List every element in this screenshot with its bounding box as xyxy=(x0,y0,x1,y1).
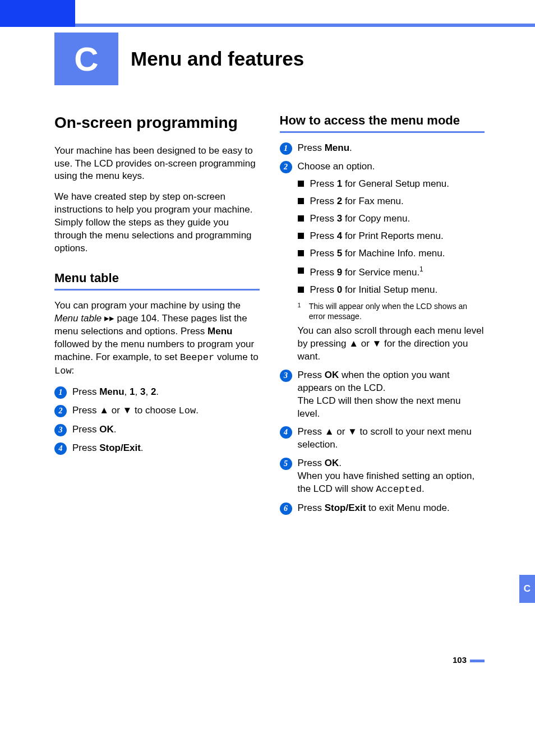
side-tab: C xyxy=(519,575,535,603)
page-footer: 103 xyxy=(0,520,535,679)
text: Press xyxy=(72,442,99,453)
step-body: Press Stop/Exit. xyxy=(72,442,260,455)
key: 3 xyxy=(140,386,145,397)
text: for Service menu. xyxy=(342,267,419,278)
left-step-2: 2 Press ▲ or ▼ to choose Low. xyxy=(54,404,260,418)
step-body: Press ▲ or ▼ to choose Low. xyxy=(72,404,260,418)
text: Press ▲ or ▼ to choose xyxy=(72,405,179,416)
key: 3 xyxy=(337,213,342,224)
text: . xyxy=(196,405,199,416)
footnote-number: 1 xyxy=(298,301,301,321)
cross-ref-arrows: ▸▸ xyxy=(102,313,117,324)
section-heading-access-menu: How to access the menu mode xyxy=(280,113,485,128)
text: Press xyxy=(298,458,325,468)
menu-table-link: Menu table xyxy=(54,313,102,324)
key: 1 xyxy=(337,178,342,189)
step-number-icon: 3 xyxy=(280,370,292,382)
text: to exit Menu mode. xyxy=(366,503,449,513)
step-body: Press ▲ or ▼ to scroll to your next menu… xyxy=(298,426,485,451)
footnote-text: This will appear only when the LCD shows… xyxy=(309,301,485,321)
key: Menu xyxy=(99,386,124,397)
key: 2 xyxy=(151,386,156,397)
text: Press xyxy=(310,196,337,206)
key-menu: Menu xyxy=(207,326,232,336)
key: 9 xyxy=(337,267,342,278)
page-number: 103 xyxy=(453,655,467,665)
step-body: Press Menu. xyxy=(298,142,485,155)
right-step-list: 1 Press Menu. 2 Choose an option. Press … xyxy=(280,142,485,515)
key: Stop/Exit xyxy=(325,503,366,513)
lcd-low: Low xyxy=(54,366,72,376)
right-step-4: 4 Press ▲ or ▼ to scroll to your next me… xyxy=(280,426,485,451)
step-number-icon: 1 xyxy=(280,142,292,155)
text: , xyxy=(145,386,150,397)
lcd-beeper: Beeper xyxy=(180,352,214,363)
menu-option: Press 5 for Machine Info. menu. xyxy=(298,247,485,260)
header-bars xyxy=(0,0,535,27)
step-number-icon: 6 xyxy=(280,503,292,515)
menu-options-list: Press 1 for General Setup menu. Press 2 … xyxy=(298,178,485,296)
step-tail: You can also scroll through each menu le… xyxy=(298,325,485,363)
text: for Print Reports menu. xyxy=(342,231,443,241)
key: 0 xyxy=(337,284,342,295)
text: , xyxy=(124,386,130,397)
key: 4 xyxy=(337,231,342,241)
text: . xyxy=(156,386,159,397)
lcd-value: Low xyxy=(179,405,196,416)
right-step-3: 3 Press OK when the option you want appe… xyxy=(280,369,485,421)
text: Press xyxy=(310,267,337,278)
menu-option: Press 2 for Fax menu. xyxy=(298,195,485,208)
header-bar-deep xyxy=(0,0,75,27)
text: for Copy menu. xyxy=(342,213,410,224)
intro-para-1: Your machine has been designed to be eas… xyxy=(54,145,260,183)
right-column: How to access the menu mode 1 Press Menu… xyxy=(280,113,485,520)
text: Press xyxy=(298,503,325,513)
menu-option: Press 1 for General Setup menu. xyxy=(298,178,485,191)
text: Press xyxy=(72,386,99,397)
text: . xyxy=(422,483,425,494)
menu-table-para: You can program your machine by using th… xyxy=(54,299,260,378)
right-step-1: 1 Press Menu. xyxy=(280,142,485,155)
text: Press xyxy=(298,370,325,380)
key: 5 xyxy=(337,248,342,259)
left-step-4: 4 Press Stop/Exit. xyxy=(54,442,260,455)
key: Stop/Exit xyxy=(99,442,141,453)
menu-option: Press 9 for Service menu.1 xyxy=(298,265,485,279)
footnote-ref: 1 xyxy=(419,265,423,273)
header-bar-light xyxy=(75,24,535,27)
text: Choose an option. xyxy=(298,160,485,173)
subheading-rule xyxy=(280,131,485,133)
right-step-2: 2 Choose an option. Press 1 for General … xyxy=(280,160,485,363)
text: . xyxy=(339,458,342,468)
text: Press xyxy=(310,231,337,241)
left-step-list: 1 Press Menu, 1, 3, 2. 2 Press ▲ or ▼ to… xyxy=(54,386,260,455)
right-step-5: 5 Press OK. When you have finished setti… xyxy=(280,457,485,496)
section-heading-onscreen: On-screen programming xyxy=(54,113,260,132)
page-ref: page 104 xyxy=(117,313,157,324)
text: , xyxy=(135,386,140,397)
key: 1 xyxy=(130,386,135,397)
lcd-value: Accepted xyxy=(376,484,422,495)
step-tail: The LCD will then show the next menu lev… xyxy=(298,395,485,421)
text: Press xyxy=(310,248,337,259)
key: OK xyxy=(325,370,339,380)
text: Press xyxy=(72,424,99,435)
step-number-icon: 5 xyxy=(280,458,292,470)
appendix-badge: C xyxy=(54,33,118,85)
step-body: Press Stop/Exit to exit Menu mode. xyxy=(298,502,485,515)
text: Press xyxy=(298,142,325,153)
text: . xyxy=(349,142,352,153)
step-number-icon: 2 xyxy=(54,405,67,417)
subheading-menu-table: Menu table xyxy=(54,271,260,285)
step-body: Press OK. When you have finished setting… xyxy=(298,457,485,496)
key: Menu xyxy=(325,142,349,153)
text: Press xyxy=(310,284,337,295)
text: for Fax menu. xyxy=(342,196,404,206)
appendix-header: C Menu and features xyxy=(0,33,535,85)
left-step-1: 1 Press Menu, 1, 3, 2. xyxy=(54,386,260,399)
step-body: Press OK. xyxy=(72,423,260,436)
step-body: Press Menu, 1, 3, 2. xyxy=(72,386,260,399)
text: for Initial Setup menu. xyxy=(342,284,437,295)
right-step-6: 6 Press Stop/Exit to exit Menu mode. xyxy=(280,502,485,515)
step-number-icon: 1 xyxy=(54,386,67,399)
